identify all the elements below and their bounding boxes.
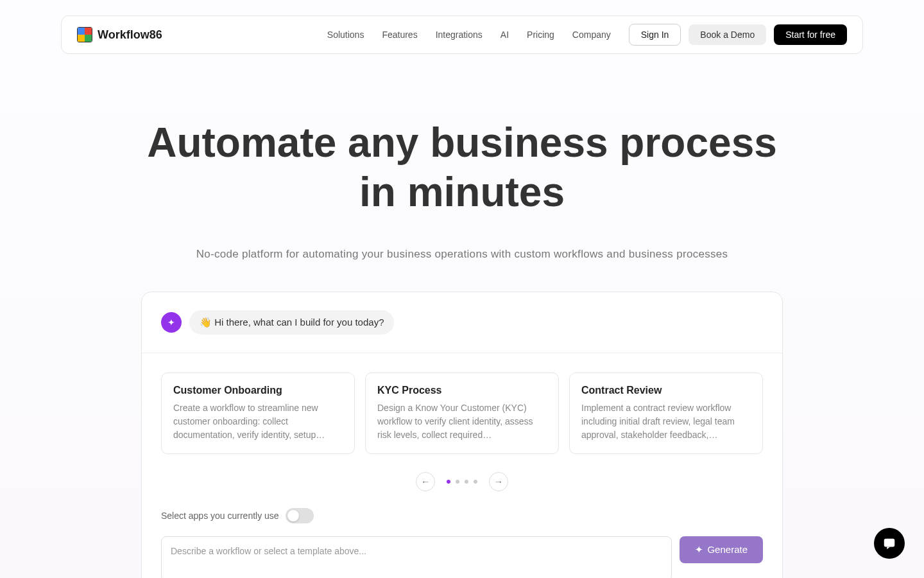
main-nav: Solutions Features Integrations AI Prici…: [327, 24, 847, 46]
main-header: Workflow86 Solutions Features Integratio…: [61, 15, 863, 54]
next-button[interactable]: →: [489, 472, 508, 491]
page-dot-4[interactable]: [474, 480, 477, 484]
page-dots: [447, 480, 477, 484]
prev-button[interactable]: ←: [416, 472, 435, 491]
chat-panel: ✦ 👋 Hi there, what can I build for you t…: [141, 292, 783, 578]
hero-subtitle: No-code platform for automating your bus…: [26, 248, 898, 261]
toggle-label: Select apps you currently use: [161, 511, 279, 521]
card-desc: Create a workflow to streamline new cust…: [173, 401, 343, 442]
page-dot-2[interactable]: [456, 480, 459, 484]
nav-company[interactable]: Company: [572, 30, 611, 40]
generate-label: Generate: [707, 544, 748, 555]
card-desc: Design a Know Your Customer (KYC) workfl…: [377, 401, 547, 442]
logo[interactable]: Workflow86: [77, 27, 162, 42]
template-cards: Customer Onboarding Create a workflow to…: [142, 353, 782, 464]
nav-features[interactable]: Features: [382, 30, 417, 40]
hero: Automate any business process in minutes…: [0, 118, 924, 261]
apps-toggle[interactable]: [286, 508, 314, 523]
workflow-input[interactable]: [161, 536, 672, 578]
assistant-avatar: ✦: [161, 312, 182, 333]
page-dot-3[interactable]: [465, 480, 468, 484]
generate-button[interactable]: ✦ Generate: [680, 536, 763, 563]
card-customer-onboarding[interactable]: Customer Onboarding Create a workflow to…: [161, 372, 355, 454]
pagination: ← →: [142, 464, 782, 504]
nav-ai[interactable]: AI: [501, 30, 509, 40]
input-row: ✦ Generate: [142, 536, 782, 578]
chat-icon: [882, 536, 896, 550]
sign-in-button[interactable]: Sign In: [629, 24, 681, 46]
sparkle-icon: ✦: [167, 317, 175, 328]
brand-name: Workflow86: [98, 28, 162, 42]
intercom-launcher[interactable]: [874, 528, 905, 559]
svg-rect-0: [884, 539, 895, 547]
apps-toggle-row: Select apps you currently use: [142, 504, 782, 536]
hero-title: Automate any business process in minutes: [125, 118, 799, 217]
card-kyc-process[interactable]: KYC Process Design a Know Your Customer …: [365, 372, 559, 454]
card-contract-review[interactable]: Contract Review Implement a contract rev…: [569, 372, 763, 454]
card-title: Contract Review: [581, 385, 751, 396]
toggle-knob: [287, 510, 299, 521]
logo-icon: [77, 27, 92, 42]
nav-integrations[interactable]: Integrations: [436, 30, 483, 40]
card-title: KYC Process: [377, 385, 547, 396]
nav-pricing[interactable]: Pricing: [527, 30, 554, 40]
nav-actions: Sign In Book a Demo Start for free: [629, 24, 847, 46]
chat-header: ✦ 👋 Hi there, what can I build for you t…: [142, 292, 782, 353]
start-free-button[interactable]: Start for free: [774, 24, 847, 45]
card-title: Customer Onboarding: [173, 385, 343, 396]
nav-solutions[interactable]: Solutions: [327, 30, 364, 40]
card-desc: Implement a contract review workflow inc…: [581, 401, 751, 442]
book-demo-button[interactable]: Book a Demo: [689, 24, 766, 45]
sparkle-icon: ✦: [695, 544, 703, 556]
page-dot-1[interactable]: [447, 480, 450, 484]
chat-greeting: 👋 Hi there, what can I build for you tod…: [189, 310, 394, 335]
